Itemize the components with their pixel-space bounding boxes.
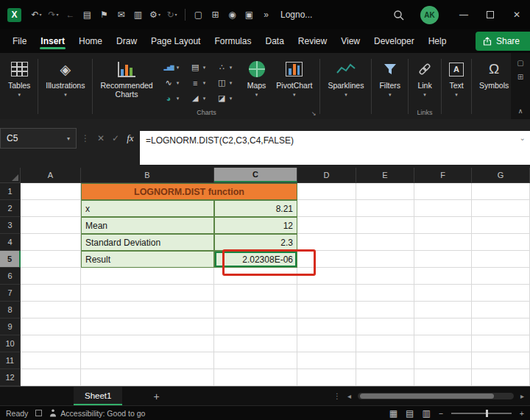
tab-draw[interactable]: Draw xyxy=(116,31,138,51)
cell-d3[interactable] xyxy=(297,217,356,234)
cell[interactable] xyxy=(414,318,472,335)
zoom-out-button[interactable]: − xyxy=(439,409,443,418)
stock-chart-icon[interactable]: ◫▾ xyxy=(214,78,241,88)
column-header-f[interactable]: F xyxy=(414,168,472,182)
cell[interactable] xyxy=(21,268,81,285)
zoom-slider-thumb[interactable] xyxy=(486,410,488,417)
cell[interactable] xyxy=(414,335,472,352)
cell-g4[interactable] xyxy=(472,234,530,251)
cell[interactable] xyxy=(81,352,214,369)
combo-chart-icon[interactable]: ◪▾ xyxy=(214,93,241,103)
repeat-icon[interactable]: ↻ xyxy=(163,10,180,20)
redo-icon[interactable]: ↷ xyxy=(45,10,62,20)
tab-help[interactable]: Help xyxy=(428,31,448,51)
more-commands-icon[interactable]: » xyxy=(258,10,275,20)
cell-d5[interactable] xyxy=(297,251,356,268)
drag-handle-icon[interactable]: ⋮ xyxy=(81,133,90,143)
insert-function-icon[interactable]: fx xyxy=(127,132,133,144)
dialog-launcher-icon[interactable]: ↘ xyxy=(311,110,317,117)
close-button[interactable]: ✕ xyxy=(504,0,530,29)
tab-formulas[interactable]: Formulas xyxy=(213,31,252,51)
recommended-charts-button[interactable]: Recommended Charts xyxy=(95,55,158,99)
cell[interactable] xyxy=(356,352,414,369)
cell[interactable] xyxy=(414,268,472,285)
cell[interactable] xyxy=(81,318,214,335)
cell[interactable] xyxy=(81,335,214,352)
link-button[interactable]: Link ▾ xyxy=(411,55,439,97)
cell-c3[interactable]: 12 xyxy=(214,217,297,234)
cell-a5[interactable] xyxy=(21,251,81,268)
row-header-2[interactable]: 2 xyxy=(0,200,21,217)
cell-f4[interactable] xyxy=(414,234,472,251)
minimize-button[interactable]: — xyxy=(451,0,477,29)
cell-e5[interactable] xyxy=(356,251,414,268)
cell[interactable] xyxy=(297,268,356,285)
enter-icon[interactable]: ✓ xyxy=(112,133,119,143)
mail-icon[interactable]: ✉ xyxy=(113,10,130,20)
share-button[interactable]: Share xyxy=(476,32,530,51)
cell[interactable] xyxy=(356,335,414,352)
row-header-10[interactable]: 10 xyxy=(0,335,21,352)
row-header-4[interactable]: 4 xyxy=(0,234,21,251)
cell[interactable] xyxy=(297,369,356,386)
tab-menu-dots-icon[interactable]: ⋮ xyxy=(333,392,341,400)
page-layout-view-icon[interactable]: ▤ xyxy=(406,408,414,419)
cell-e1[interactable] xyxy=(356,183,414,200)
pivotchart-button[interactable]: PivotChart ▾ xyxy=(271,55,317,97)
cell[interactable] xyxy=(472,302,530,318)
undo-icon[interactable]: ↶ xyxy=(28,10,45,20)
add-sheet-button[interactable]: + xyxy=(153,391,159,402)
row-header-1[interactable]: 1 xyxy=(0,183,21,200)
table-title-cell[interactable]: LOGNORM.DIST function xyxy=(81,183,297,200)
normal-view-icon[interactable]: ▦ xyxy=(389,408,398,419)
cell[interactable] xyxy=(356,369,414,386)
search-icon[interactable] xyxy=(393,10,404,21)
cell[interactable] xyxy=(472,352,530,369)
cell-e2[interactable] xyxy=(356,200,414,217)
cell[interactable] xyxy=(472,285,530,302)
cell-a1[interactable] xyxy=(21,183,81,200)
formula-input[interactable]: =LOGNORM.DIST(C2,C3,C4,FALSE) ⌄ xyxy=(140,131,530,165)
table-icon[interactable]: ⊞ xyxy=(207,10,224,20)
cell-g1[interactable] xyxy=(472,183,530,200)
scatter-chart-icon[interactable]: ∴▾ xyxy=(214,63,241,72)
zoom-in-button[interactable]: + xyxy=(520,409,524,418)
cell[interactable] xyxy=(472,318,530,335)
tables-button[interactable]: Tables ▾ xyxy=(3,55,35,97)
cell-d2[interactable] xyxy=(297,200,356,217)
cell-g5[interactable] xyxy=(472,251,530,268)
cell-a3[interactable] xyxy=(21,217,81,234)
clipboard-icon[interactable]: ▤ xyxy=(79,10,96,20)
cell[interactable] xyxy=(21,285,81,302)
sparklines-button[interactable]: Sparklines ▾ xyxy=(322,55,369,97)
cell[interactable] xyxy=(414,369,472,386)
cell-a2[interactable] xyxy=(21,200,81,217)
cell-c4[interactable]: 2.3 xyxy=(214,234,297,251)
cell[interactable] xyxy=(414,352,472,369)
symbols-button[interactable]: Ω Symbols xyxy=(474,55,514,90)
tab-file[interactable]: File xyxy=(12,31,27,51)
back-icon[interactable]: ← xyxy=(62,10,79,20)
maximize-button[interactable] xyxy=(477,0,504,29)
cell[interactable] xyxy=(214,318,297,335)
cell-f1[interactable] xyxy=(414,183,472,200)
cell-g3[interactable] xyxy=(472,217,530,234)
window-icon[interactable]: ▣ xyxy=(241,10,258,20)
filters-button[interactable]: Filters ▾ xyxy=(374,55,406,97)
print-icon[interactable]: ▥ xyxy=(130,10,146,20)
cell-f2[interactable] xyxy=(414,200,472,217)
row-header-6[interactable]: 6 xyxy=(0,268,21,285)
row-header-9[interactable]: 9 xyxy=(0,318,21,335)
cell[interactable] xyxy=(81,285,214,302)
cell[interactable] xyxy=(21,302,81,318)
name-box[interactable]: C5 ▾ xyxy=(0,128,77,149)
pie-chart-icon[interactable]: ◕▾ xyxy=(161,94,188,103)
cell-b5[interactable]: Result xyxy=(81,251,214,268)
settings-icon[interactable]: ⚙ xyxy=(146,10,163,20)
cell-f5[interactable] xyxy=(414,251,472,268)
excel-app-icon[interactable]: X xyxy=(7,8,21,22)
hierarchy-chart-icon[interactable]: ▤▾ xyxy=(188,63,214,72)
macro-record-icon[interactable] xyxy=(35,410,42,416)
horizontal-scrollbar[interactable] xyxy=(358,393,514,399)
select-all-corner[interactable] xyxy=(0,168,21,182)
